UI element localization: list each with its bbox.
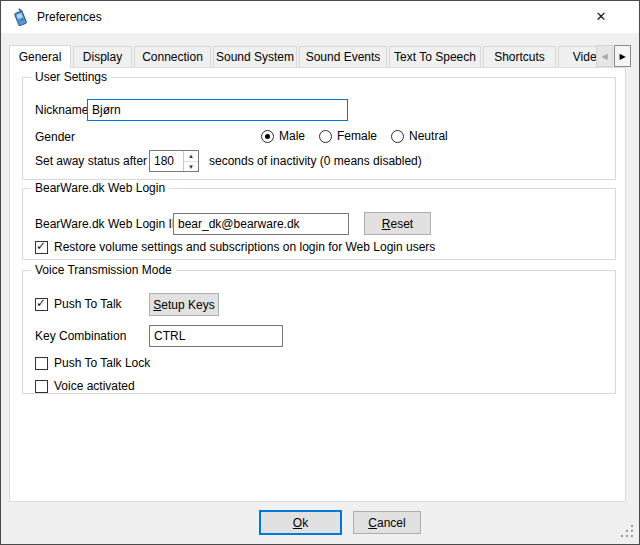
checkbox-label: Push To Talk [54,297,122,311]
away-seconds-spinner[interactable]: 180 ▲ ▼ [149,150,199,172]
checkbox-checked-icon: ✓ [35,241,48,254]
tab-shortcuts[interactable]: Shortcuts [483,46,556,68]
group-web-login: BearWare.dk Web Login BearWare.dk Web Lo… [22,188,616,260]
cancel-button[interactable]: Cancel [353,511,421,534]
group-voice-transmission: Voice Transmission Mode ✓ Push To Talk S… [22,270,616,394]
ok-button[interactable]: Ok [259,510,342,535]
tab-connection[interactable]: Connection [134,46,211,68]
group-title: BearWare.dk Web Login [31,181,169,195]
radio-male[interactable]: Male [261,129,305,143]
tab-display[interactable]: Display [73,46,132,68]
restore-volume-checkbox[interactable]: ✓ Restore volume settings and subscripti… [35,240,435,254]
radio-female[interactable]: Female [319,129,377,143]
tab-scroll-right-icon[interactable]: ▶ [614,45,631,67]
tab-general[interactable]: General [9,45,71,68]
title-bar: Preferences ✕ [1,1,639,33]
nickname-input[interactable] [87,99,348,121]
gender-radio-group: Male Female Neutral [261,129,462,143]
web-login-id-input[interactable] [173,213,349,235]
gender-label: Gender [35,126,75,148]
checkbox-label: Restore volume settings and subscription… [54,240,435,254]
checkbox-label: Push To Talk Lock [54,356,150,370]
tab-video[interactable]: Video [558,46,598,68]
key-combination-label: Key Combination [35,325,126,347]
checkbox-unchecked-icon [35,380,48,393]
radio-label: Female [337,129,377,143]
push-to-talk-checkbox[interactable]: ✓ Push To Talk [35,297,122,311]
key-combination-input[interactable] [149,325,283,347]
radio-label: Neutral [409,129,448,143]
tab-panel-general: User Settings Nickname Gender Male Femal… [9,67,626,502]
app-icon [11,8,29,26]
radio-selected-icon [261,130,274,143]
checkbox-unchecked-icon [35,357,48,370]
setup-keys-button[interactable]: Setup Keys [149,293,219,316]
spinner-down-icon[interactable]: ▼ [184,161,198,171]
close-icon[interactable]: ✕ [581,1,621,32]
away-status-suffix: seconds of inactivity (0 means disabled) [209,150,422,172]
tab-strip: General Display Connection Sound System … [9,45,598,68]
preferences-dialog: Preferences ✕ General Display Connection… [0,0,640,545]
radio-icon [319,130,332,143]
tab-scroll-buttons: ◀ ▶ [595,45,631,67]
away-status-label: Set away status after [35,150,147,172]
tab-sound-events[interactable]: Sound Events [299,46,387,68]
web-login-id-label: BearWare.dk Web Login ID [35,213,180,235]
radio-label: Male [279,129,305,143]
group-user-settings: User Settings Nickname Gender Male Femal… [22,77,616,180]
voice-activated-checkbox[interactable]: Voice activated [35,379,135,393]
window-title: Preferences [37,1,102,33]
spinner-value: 180 [154,151,174,171]
spinner-arrows: ▲ ▼ [183,151,198,171]
checkbox-checked-icon: ✓ [35,298,48,311]
spinner-up-icon[interactable]: ▲ [184,151,198,161]
tab-sound-system[interactable]: Sound System [213,46,297,68]
resize-grip-icon[interactable] [620,525,633,538]
group-title: Voice Transmission Mode [31,263,176,277]
tab-text-to-speech[interactable]: Text To Speech [389,46,481,68]
push-to-talk-lock-checkbox[interactable]: Push To Talk Lock [35,356,150,370]
tab-scroll-left-icon[interactable]: ◀ [596,45,613,67]
reset-button[interactable]: Reset [364,212,431,235]
checkbox-label: Voice activated [54,379,135,393]
radio-icon [391,130,404,143]
nickname-label: Nickname [35,99,88,121]
radio-neutral[interactable]: Neutral [391,129,448,143]
group-title: User Settings [31,70,111,84]
